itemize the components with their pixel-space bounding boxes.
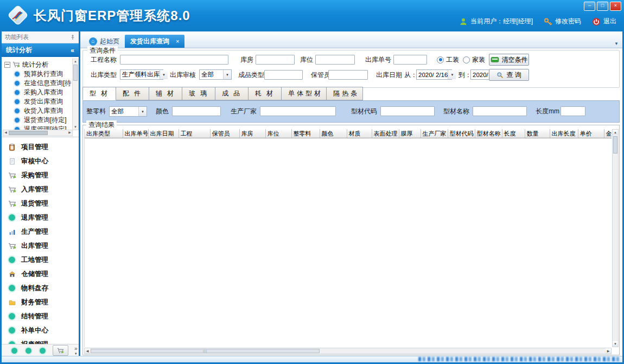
tree-vertical-scrollbar[interactable] [72,59,79,130]
scroll-down-icon[interactable] [73,125,78,130]
tree-item-4[interactable]: 收货入库查询 [4,106,78,116]
cart-module-button[interactable] [53,345,68,356]
scroll-right-icon[interactable] [606,348,611,354]
collapse-icon[interactable]: « [71,47,74,54]
scroll-right-icon[interactable] [67,130,72,135]
column-header[interactable]: 库房 [239,129,265,138]
material-tab-7[interactable]: 隔热条 [327,87,363,100]
project-name-input[interactable] [120,55,228,65]
sidebar-item-0[interactable]: 项目管理 [2,140,79,154]
column-header[interactable]: 出库类型 [85,129,123,138]
sidebar-item-11[interactable]: 财务管理 [2,295,79,309]
sidebar-item-7[interactable]: 出库管理 [2,239,79,253]
sidebar-item-13[interactable]: 补单中心 [2,323,79,337]
profile-code-input[interactable] [380,106,435,116]
overflow-chevron-icon[interactable] [74,346,78,355]
scrollbar-thumb[interactable] [73,65,78,81]
group-header-statistics[interactable]: 统计分析 « [2,43,79,57]
tree-item-2[interactable]: 采购入库查询 [4,88,78,97]
close-button[interactable]: × [610,2,621,11]
dropdown-arrow-icon[interactable] [138,107,147,116]
tree-root-statistics[interactable]: 统计分析 [4,60,78,69]
warehouse-input[interactable] [256,55,295,65]
material-tab-3[interactable]: 玻璃 [182,87,215,100]
tree-item-5[interactable]: 退货查询[待定] [4,116,78,125]
sidebar-item-9[interactable]: 仓储管理 [2,267,79,281]
column-header[interactable]: 保管员 [210,129,239,138]
tree-horizontal-scrollbar[interactable] [3,130,73,136]
sidebar-item-12[interactable]: 结转管理 [2,309,79,323]
sidebar-item-4[interactable]: 退货管理 [2,196,79,210]
scrollbar-thumb[interactable] [91,349,320,353]
date-from-select[interactable]: 2020/ 2/16 [416,69,452,80]
sidebar-item-14[interactable]: 报废管理 [2,337,79,344]
tree-item-3[interactable]: 发货出库查询 [4,97,78,106]
sidebar-item-6[interactable]: 生产管理 [2,225,79,239]
column-header[interactable]: 出库日期 [148,129,179,138]
column-header[interactable]: 表面处理 [372,129,399,138]
material-tab-5[interactable]: 耗材 [249,87,282,100]
grid-horizontal-scrollbar[interactable] [84,348,612,354]
material-tab-1[interactable]: 配件 [116,87,149,100]
column-header[interactable]: 库位 [265,129,291,138]
radio-gongzhuang[interactable]: 工装 [437,54,459,65]
material-tab-4[interactable]: 成品 [215,87,249,100]
column-header[interactable]: 整零料 [291,129,320,138]
length-input[interactable] [561,106,585,116]
grid-vertical-scrollbar[interactable] [612,129,619,347]
whole-part-select[interactable]: 全部 [109,106,147,117]
column-header[interactable]: 型材名称 [475,129,502,138]
column-header[interactable]: 出库长度 [550,129,578,138]
column-header[interactable]: 出库单号 [123,129,148,138]
column-header[interactable]: 材质 [347,129,372,138]
tab-close-icon[interactable]: × [176,38,179,44]
maximize-button[interactable]: □ [597,2,608,11]
minimize-button[interactable]: – [584,2,595,11]
change-password-button[interactable]: 修改密码 [544,17,581,26]
dropdown-arrow-icon[interactable] [160,70,168,79]
scroll-left-icon[interactable] [3,130,8,135]
keeper-input[interactable] [328,70,368,80]
sidebar-item-5[interactable]: 退库管理 [2,210,79,225]
out-type-select[interactable]: 生产领料出库 [120,69,163,80]
material-tab-2[interactable]: 辅材 [149,87,182,100]
tree-collapse-icon[interactable] [4,62,10,68]
dropdown-arrow-icon[interactable] [223,70,231,79]
profile-name-input[interactable] [473,106,527,116]
column-header[interactable]: 工程 [179,129,210,138]
column-header[interactable]: 生产厂家 [421,129,448,138]
scroll-up-icon[interactable] [613,130,618,135]
tree-item-0[interactable]: 预算执行查询 [4,69,78,79]
scrollbar-thumb[interactable] [9,131,48,135]
logout-button[interactable]: 退出 [592,17,616,26]
column-header[interactable]: 颜色 [320,129,347,138]
module-dot-icon[interactable] [39,347,47,355]
tab-1[interactable]: 发货出库查询× [125,35,184,48]
material-tab-0[interactable]: 型材 [82,87,116,100]
sidebar-item-10[interactable]: 物料盘存 [2,281,79,295]
sidebar-item-8[interactable]: 工地管理 [2,253,79,267]
tree-item-1[interactable]: 在途信息查询[待 [4,79,78,88]
audit-select[interactable]: 全部 [199,69,232,80]
scrollbar-thumb[interactable] [613,136,617,154]
column-header[interactable]: 金 [604,129,612,138]
scroll-down-icon[interactable] [613,341,618,347]
order-no-input[interactable] [393,55,427,65]
location-input[interactable] [315,55,355,65]
module-dot-icon[interactable] [10,347,18,355]
module-dot-icon[interactable] [24,347,33,355]
scroll-left-icon[interactable] [85,348,90,354]
maker-input[interactable] [260,106,336,116]
column-header[interactable]: 数量 [525,129,550,138]
sidebar-item-2[interactable]: 采购管理 [2,168,79,182]
column-header[interactable]: 长度 [502,129,525,138]
scroll-up-icon[interactable] [73,59,78,64]
sidebar-item-1[interactable]: 审核中心 [2,154,79,168]
tabbar-chevron-down-icon[interactable] [614,37,619,47]
sidebar-item-3[interactable]: 入库管理 [2,182,79,196]
column-header[interactable]: 膜厚 [399,129,421,138]
column-header[interactable]: 型材代码 [448,129,475,138]
color-input[interactable] [172,106,221,116]
radio-jiazhuang[interactable]: 家装 [463,54,485,65]
dropdown-arrow-icon[interactable] [448,70,456,79]
